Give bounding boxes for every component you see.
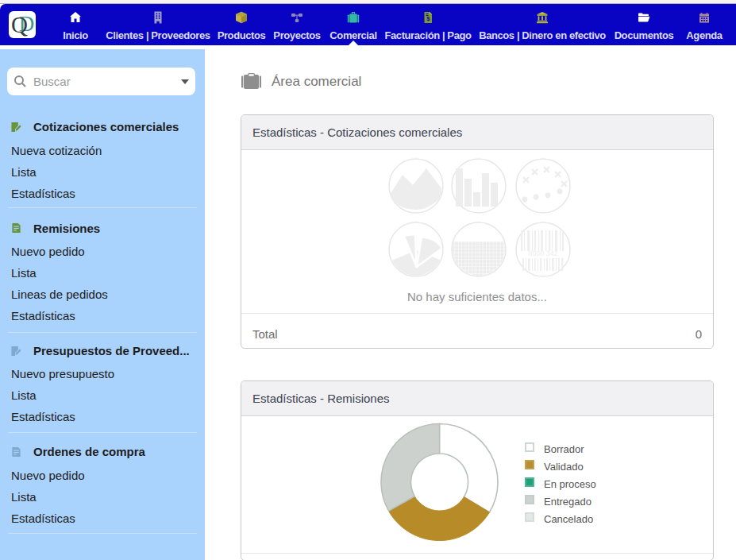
svg-text:Q: Q <box>11 12 28 37</box>
svg-text:8000 342: 8000 342 <box>528 249 558 257</box>
